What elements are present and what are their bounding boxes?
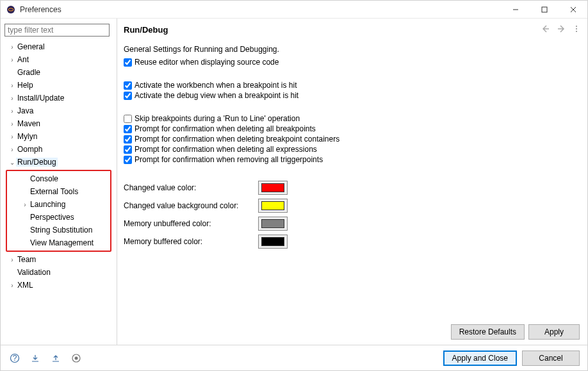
check-activate-debug-view[interactable]: Activate the debug view when a breakpoin…	[124, 91, 580, 100]
tree-item-maven[interactable]: ›Maven	[4, 117, 111, 130]
export-icon[interactable]	[49, 352, 62, 365]
tree-label: Help	[16, 81, 35, 90]
check-reuse-editor[interactable]: Reuse editor when displaying source code	[124, 58, 580, 67]
check-prompt-delete-all-bp[interactable]: Prompt for confirmation when deleting al…	[124, 124, 580, 133]
filter-input[interactable]	[4, 24, 110, 37]
check-activate-workbench[interactable]: Activate the workbench when a breakpoint…	[124, 81, 580, 90]
eclipse-icon	[6, 4, 16, 15]
chevron-right-icon: ›	[8, 146, 16, 153]
color-label: Changed value color:	[124, 183, 258, 192]
checkbox-label: Reuse editor when displaying source code	[135, 58, 279, 67]
color-label: Changed value background color:	[124, 201, 258, 210]
page-button-bar: Restore Defaults Apply	[117, 320, 587, 345]
tree-label: Install/Update	[16, 94, 65, 103]
check-prompt-delete-bp-containers[interactable]: Prompt for confirmation when deleting br…	[124, 135, 580, 144]
checkbox[interactable]	[124, 58, 132, 67]
color-picker-changed-bg[interactable]	[258, 199, 288, 213]
checkbox[interactable]	[124, 81, 132, 90]
back-icon[interactable]	[543, 25, 551, 35]
tree-label: Java	[16, 106, 35, 115]
chevron-right-icon: ›	[8, 282, 16, 289]
window-controls	[501, 1, 587, 19]
tree-label: Maven	[16, 119, 42, 128]
tree-label: View Management	[29, 238, 95, 247]
checkbox[interactable]	[124, 125, 132, 133]
chevron-right-icon: ›	[21, 201, 29, 208]
tree-label: General	[16, 42, 46, 51]
check-skip-breakpoints[interactable]: Skip breakpoints during a 'Run to Line' …	[124, 114, 580, 123]
checkbox-label: Prompt for confirmation when deleting al…	[135, 145, 317, 154]
page-content: General Settings for Running and Debuggi…	[117, 37, 587, 320]
tree-item-perspectives[interactable]: ›Perspectives	[7, 211, 110, 224]
oomph-record-icon[interactable]	[70, 352, 83, 365]
checkbox[interactable]	[124, 145, 132, 154]
menu-icon[interactable]	[573, 25, 580, 35]
checkbox-label: Activate the debug view when a breakpoin…	[135, 91, 298, 100]
color-swatch	[261, 237, 284, 246]
chevron-right-icon: ›	[8, 56, 16, 63]
svg-point-8	[576, 31, 577, 32]
color-row-changed-value: Changed value color:	[124, 181, 580, 195]
color-picker-changed-value[interactable]	[258, 181, 288, 195]
tree-item-general[interactable]: ›General	[4, 40, 111, 53]
checkbox[interactable]	[124, 115, 132, 123]
svg-point-7	[576, 28, 577, 29]
close-button[interactable]	[559, 1, 587, 19]
checkbox-label: Activate the workbench when a breakpoint…	[135, 81, 297, 90]
tree-label: Oomph	[16, 145, 44, 154]
tree-label: Console	[29, 174, 60, 183]
checkbox[interactable]	[124, 156, 132, 164]
tree-item-team[interactable]: ›Team	[4, 253, 111, 266]
tree-label: External Tools	[29, 187, 79, 196]
tree-item-xml[interactable]: ›XML	[4, 279, 111, 292]
tree-item-oomph[interactable]: ›Oomph	[4, 143, 111, 156]
checkbox-label: Prompt for confirmation when removing al…	[135, 155, 323, 164]
tree-item-install-update[interactable]: ›Install/Update	[4, 92, 111, 104]
tree-item-external-tools[interactable]: ›External Tools	[7, 185, 110, 198]
tree-label: Launching	[29, 200, 67, 209]
restore-defaults-button[interactable]: Restore Defaults	[451, 324, 525, 340]
chevron-right-icon: ›	[8, 44, 16, 51]
tree-item-ant[interactable]: ›Ant	[4, 53, 111, 66]
chevron-right-icon: ›	[8, 120, 16, 128]
tree-item-console[interactable]: ›Console	[7, 172, 110, 185]
chevron-right-icon: ›	[8, 95, 16, 102]
chevron-down-icon: ⌄	[8, 159, 16, 166]
tree-item-help[interactable]: ›Help	[4, 79, 111, 92]
tree-label: Validation	[16, 268, 52, 277]
footer-left: ?	[8, 352, 83, 365]
chevron-right-icon: ›	[8, 82, 16, 89]
maximize-button[interactable]	[530, 1, 559, 19]
checkbox[interactable]	[124, 135, 132, 144]
help-icon[interactable]: ?	[8, 352, 21, 365]
page-title: Run/Debug	[124, 25, 543, 35]
apply-button[interactable]: Apply	[528, 324, 580, 340]
checkbox[interactable]	[124, 92, 132, 100]
check-prompt-remove-triggerpoints[interactable]: Prompt for confirmation when removing al…	[124, 155, 580, 164]
check-prompt-delete-expressions[interactable]: Prompt for confirmation when deleting al…	[124, 145, 580, 154]
apply-and-close-button[interactable]: Apply and Close	[443, 350, 517, 366]
color-picker-mem-buffered[interactable]	[258, 235, 288, 249]
tree-label: Run/Debug	[16, 158, 58, 167]
tree-item-launching[interactable]: ›Launching	[7, 198, 110, 211]
tree-item-java[interactable]: ›Java	[4, 104, 111, 117]
cancel-button[interactable]: Cancel	[522, 350, 580, 366]
import-icon[interactable]	[29, 352, 42, 365]
tree-item-run-debug[interactable]: ⌄Run/Debug	[4, 156, 111, 169]
tree-item-string-substitution[interactable]: ›String Substitution	[7, 224, 110, 236]
tree-item-validation[interactable]: ›Validation	[4, 266, 111, 279]
color-picker-mem-unbuffered[interactable]	[258, 217, 288, 231]
color-swatch	[261, 219, 284, 228]
page-description: General Settings for Running and Debuggi…	[124, 45, 580, 54]
tree-item-mylyn[interactable]: ›Mylyn	[4, 130, 111, 143]
minimize-button[interactable]	[501, 1, 530, 19]
titlebar: Preferences	[1, 1, 587, 19]
tree-item-gradle[interactable]: ›Gradle	[4, 66, 111, 79]
tree-item-view-management[interactable]: ›View Management	[7, 236, 110, 249]
window-title: Preferences	[20, 5, 501, 14]
chevron-right-icon: ›	[8, 108, 16, 115]
annotation-highlight-box: ›Console ›External Tools ›Launching ›Per…	[6, 170, 111, 252]
forward-icon[interactable]	[558, 25, 567, 35]
chevron-right-icon: ›	[8, 256, 16, 263]
color-swatch	[261, 183, 284, 192]
